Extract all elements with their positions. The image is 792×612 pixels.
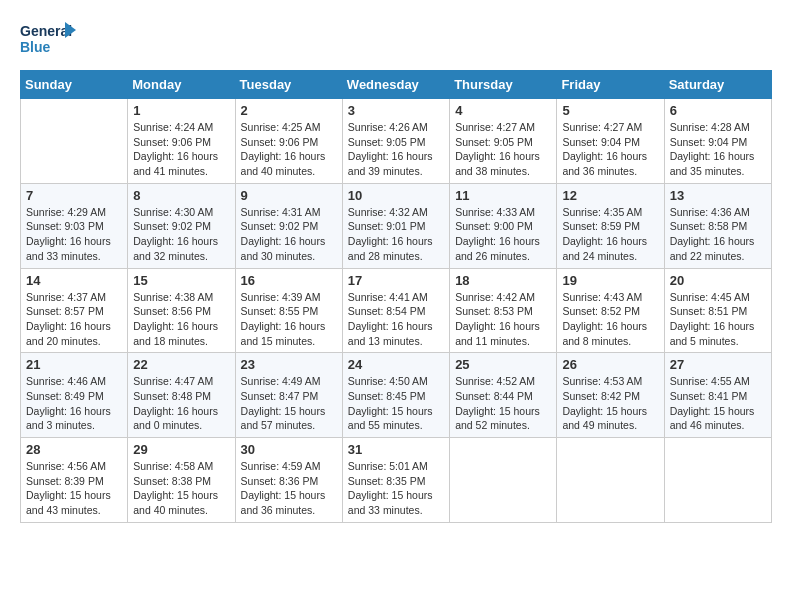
calendar-week-0: 1Sunrise: 4:24 AM Sunset: 9:06 PM Daylig… — [21, 99, 772, 184]
day-info: Sunrise: 4:58 AM Sunset: 8:38 PM Dayligh… — [133, 459, 229, 518]
day-info: Sunrise: 4:27 AM Sunset: 9:04 PM Dayligh… — [562, 120, 658, 179]
day-number: 7 — [26, 188, 122, 203]
logo: GeneralBlue — [20, 20, 80, 60]
calendar-cell: 28Sunrise: 4:56 AM Sunset: 8:39 PM Dayli… — [21, 438, 128, 523]
calendar-cell: 5Sunrise: 4:27 AM Sunset: 9:04 PM Daylig… — [557, 99, 664, 184]
day-number: 4 — [455, 103, 551, 118]
calendar-cell — [664, 438, 771, 523]
day-number: 2 — [241, 103, 337, 118]
day-number: 21 — [26, 357, 122, 372]
day-info: Sunrise: 4:33 AM Sunset: 9:00 PM Dayligh… — [455, 205, 551, 264]
calendar-cell: 19Sunrise: 4:43 AM Sunset: 8:52 PM Dayli… — [557, 268, 664, 353]
calendar-cell: 11Sunrise: 4:33 AM Sunset: 9:00 PM Dayli… — [450, 183, 557, 268]
day-number: 28 — [26, 442, 122, 457]
calendar-table: SundayMondayTuesdayWednesdayThursdayFrid… — [20, 70, 772, 523]
day-info: Sunrise: 4:25 AM Sunset: 9:06 PM Dayligh… — [241, 120, 337, 179]
day-number: 29 — [133, 442, 229, 457]
calendar-cell: 10Sunrise: 4:32 AM Sunset: 9:01 PM Dayli… — [342, 183, 449, 268]
day-number: 9 — [241, 188, 337, 203]
calendar-week-3: 21Sunrise: 4:46 AM Sunset: 8:49 PM Dayli… — [21, 353, 772, 438]
header-monday: Monday — [128, 71, 235, 99]
day-info: Sunrise: 4:29 AM Sunset: 9:03 PM Dayligh… — [26, 205, 122, 264]
day-info: Sunrise: 4:26 AM Sunset: 9:05 PM Dayligh… — [348, 120, 444, 179]
calendar-week-1: 7Sunrise: 4:29 AM Sunset: 9:03 PM Daylig… — [21, 183, 772, 268]
day-number: 11 — [455, 188, 551, 203]
day-info: Sunrise: 4:43 AM Sunset: 8:52 PM Dayligh… — [562, 290, 658, 349]
day-info: Sunrise: 4:59 AM Sunset: 8:36 PM Dayligh… — [241, 459, 337, 518]
day-info: Sunrise: 4:49 AM Sunset: 8:47 PM Dayligh… — [241, 374, 337, 433]
day-info: Sunrise: 4:50 AM Sunset: 8:45 PM Dayligh… — [348, 374, 444, 433]
calendar-cell: 16Sunrise: 4:39 AM Sunset: 8:55 PM Dayli… — [235, 268, 342, 353]
calendar-cell: 12Sunrise: 4:35 AM Sunset: 8:59 PM Dayli… — [557, 183, 664, 268]
day-info: Sunrise: 4:47 AM Sunset: 8:48 PM Dayligh… — [133, 374, 229, 433]
calendar-cell: 30Sunrise: 4:59 AM Sunset: 8:36 PM Dayli… — [235, 438, 342, 523]
day-info: Sunrise: 4:24 AM Sunset: 9:06 PM Dayligh… — [133, 120, 229, 179]
day-number: 3 — [348, 103, 444, 118]
day-number: 14 — [26, 273, 122, 288]
calendar-cell: 13Sunrise: 4:36 AM Sunset: 8:58 PM Dayli… — [664, 183, 771, 268]
svg-text:General: General — [20, 23, 72, 39]
day-info: Sunrise: 4:36 AM Sunset: 8:58 PM Dayligh… — [670, 205, 766, 264]
calendar-cell: 17Sunrise: 4:41 AM Sunset: 8:54 PM Dayli… — [342, 268, 449, 353]
calendar-cell: 14Sunrise: 4:37 AM Sunset: 8:57 PM Dayli… — [21, 268, 128, 353]
day-info: Sunrise: 4:52 AM Sunset: 8:44 PM Dayligh… — [455, 374, 551, 433]
day-info: Sunrise: 4:35 AM Sunset: 8:59 PM Dayligh… — [562, 205, 658, 264]
calendar-cell: 18Sunrise: 4:42 AM Sunset: 8:53 PM Dayli… — [450, 268, 557, 353]
day-info: Sunrise: 4:55 AM Sunset: 8:41 PM Dayligh… — [670, 374, 766, 433]
day-number: 30 — [241, 442, 337, 457]
calendar-cell — [21, 99, 128, 184]
day-info: Sunrise: 4:31 AM Sunset: 9:02 PM Dayligh… — [241, 205, 337, 264]
calendar-cell: 1Sunrise: 4:24 AM Sunset: 9:06 PM Daylig… — [128, 99, 235, 184]
day-number: 25 — [455, 357, 551, 372]
day-number: 12 — [562, 188, 658, 203]
day-info: Sunrise: 4:38 AM Sunset: 8:56 PM Dayligh… — [133, 290, 229, 349]
day-info: Sunrise: 4:56 AM Sunset: 8:39 PM Dayligh… — [26, 459, 122, 518]
day-number: 19 — [562, 273, 658, 288]
svg-text:Blue: Blue — [20, 39, 51, 55]
day-info: Sunrise: 4:45 AM Sunset: 8:51 PM Dayligh… — [670, 290, 766, 349]
calendar-cell: 23Sunrise: 4:49 AM Sunset: 8:47 PM Dayli… — [235, 353, 342, 438]
day-number: 10 — [348, 188, 444, 203]
day-info: Sunrise: 4:28 AM Sunset: 9:04 PM Dayligh… — [670, 120, 766, 179]
calendar-cell: 25Sunrise: 4:52 AM Sunset: 8:44 PM Dayli… — [450, 353, 557, 438]
calendar-cell: 6Sunrise: 4:28 AM Sunset: 9:04 PM Daylig… — [664, 99, 771, 184]
day-number: 15 — [133, 273, 229, 288]
calendar-cell: 21Sunrise: 4:46 AM Sunset: 8:49 PM Dayli… — [21, 353, 128, 438]
calendar-cell: 31Sunrise: 5:01 AM Sunset: 8:35 PM Dayli… — [342, 438, 449, 523]
calendar-cell — [557, 438, 664, 523]
day-info: Sunrise: 4:32 AM Sunset: 9:01 PM Dayligh… — [348, 205, 444, 264]
day-info: Sunrise: 4:37 AM Sunset: 8:57 PM Dayligh… — [26, 290, 122, 349]
calendar-week-4: 28Sunrise: 4:56 AM Sunset: 8:39 PM Dayli… — [21, 438, 772, 523]
day-number: 13 — [670, 188, 766, 203]
day-info: Sunrise: 4:53 AM Sunset: 8:42 PM Dayligh… — [562, 374, 658, 433]
day-info: Sunrise: 5:01 AM Sunset: 8:35 PM Dayligh… — [348, 459, 444, 518]
calendar-cell: 24Sunrise: 4:50 AM Sunset: 8:45 PM Dayli… — [342, 353, 449, 438]
calendar-week-2: 14Sunrise: 4:37 AM Sunset: 8:57 PM Dayli… — [21, 268, 772, 353]
day-info: Sunrise: 4:39 AM Sunset: 8:55 PM Dayligh… — [241, 290, 337, 349]
day-number: 8 — [133, 188, 229, 203]
day-number: 6 — [670, 103, 766, 118]
calendar-cell: 20Sunrise: 4:45 AM Sunset: 8:51 PM Dayli… — [664, 268, 771, 353]
header-wednesday: Wednesday — [342, 71, 449, 99]
day-number: 16 — [241, 273, 337, 288]
calendar-cell: 8Sunrise: 4:30 AM Sunset: 9:02 PM Daylig… — [128, 183, 235, 268]
calendar-header-row: SundayMondayTuesdayWednesdayThursdayFrid… — [21, 71, 772, 99]
calendar-cell: 29Sunrise: 4:58 AM Sunset: 8:38 PM Dayli… — [128, 438, 235, 523]
header-tuesday: Tuesday — [235, 71, 342, 99]
calendar-cell: 22Sunrise: 4:47 AM Sunset: 8:48 PM Dayli… — [128, 353, 235, 438]
calendar-cell: 27Sunrise: 4:55 AM Sunset: 8:41 PM Dayli… — [664, 353, 771, 438]
day-number: 18 — [455, 273, 551, 288]
day-number: 23 — [241, 357, 337, 372]
day-number: 20 — [670, 273, 766, 288]
header-sunday: Sunday — [21, 71, 128, 99]
day-number: 27 — [670, 357, 766, 372]
day-info: Sunrise: 4:42 AM Sunset: 8:53 PM Dayligh… — [455, 290, 551, 349]
day-number: 17 — [348, 273, 444, 288]
day-number: 26 — [562, 357, 658, 372]
day-info: Sunrise: 4:41 AM Sunset: 8:54 PM Dayligh… — [348, 290, 444, 349]
day-number: 22 — [133, 357, 229, 372]
calendar-cell: 15Sunrise: 4:38 AM Sunset: 8:56 PM Dayli… — [128, 268, 235, 353]
logo-icon: GeneralBlue — [20, 20, 80, 60]
header-thursday: Thursday — [450, 71, 557, 99]
day-info: Sunrise: 4:46 AM Sunset: 8:49 PM Dayligh… — [26, 374, 122, 433]
